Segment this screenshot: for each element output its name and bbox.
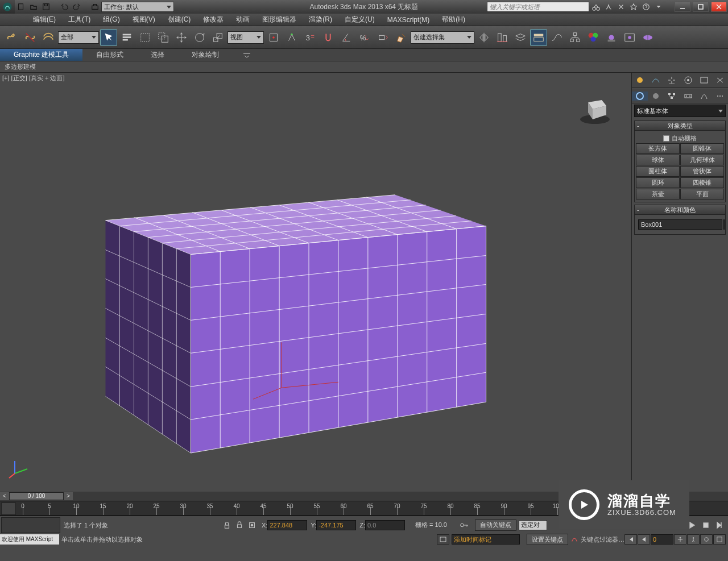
snap-toggle-icon[interactable]: [320, 29, 337, 46]
prim-teapot[interactable]: 茶壶: [636, 189, 680, 200]
ribbon-tab-freeform[interactable]: 自由形式: [82, 49, 137, 61]
named-selection-combo[interactable]: 创建选择集: [411, 31, 474, 44]
curve-editor-icon[interactable]: [548, 29, 565, 46]
coord-z-value[interactable]: 0.0: [365, 520, 405, 530]
rotate-icon[interactable]: [191, 29, 208, 46]
object-name-input[interactable]: [638, 219, 722, 230]
close-button[interactable]: [711, 2, 727, 12]
open-file-icon[interactable]: [27, 1, 40, 13]
time-prev-icon[interactable]: <: [0, 492, 9, 500]
viewport-maximize-icon[interactable]: [713, 534, 726, 545]
isolate-selection-icon[interactable]: [234, 520, 245, 531]
prompt-macro-field[interactable]: [1, 517, 60, 533]
trackbar-mini-curve-icon[interactable]: [1, 502, 16, 515]
ribbon-tab-graphite[interactable]: Graphite 建模工具: [0, 49, 82, 61]
pivot-center-icon[interactable]: [265, 29, 282, 46]
align-icon[interactable]: [494, 29, 511, 46]
selection-lock-toggle-icon[interactable]: [246, 520, 258, 531]
prim-geosphere[interactable]: 几何球体: [680, 155, 724, 165]
subscription-icon[interactable]: [603, 2, 614, 12]
prim-box[interactable]: 长方体: [636, 143, 680, 154]
named-sel-edit-icon[interactable]: [392, 29, 410, 46]
nav-play-icon[interactable]: [700, 520, 712, 531]
time-slider[interactable]: 0 / 100: [9, 492, 64, 500]
menu-group[interactable]: 组(G): [97, 14, 125, 26]
prim-tube[interactable]: 管状体: [680, 166, 724, 177]
link-icon[interactable]: [3, 29, 20, 46]
lock-selection-icon[interactable]: [221, 520, 233, 531]
tab-utilities-icon[interactable]: [712, 92, 728, 101]
viewport-orbit-icon[interactable]: [700, 534, 713, 545]
menu-grapheditors[interactable]: 图形编辑器: [257, 14, 302, 26]
scale-icon[interactable]: [209, 29, 226, 46]
ribbon-tab-paint[interactable]: 对象绘制: [178, 49, 233, 61]
prim-cone[interactable]: 圆锥体: [680, 143, 724, 154]
manipulate-icon[interactable]: [283, 29, 300, 46]
cp-safeframes-icon[interactable]: [680, 76, 696, 85]
tab-modify-icon[interactable]: [648, 92, 664, 101]
render-icon[interactable]: [639, 29, 656, 46]
unlink-icon[interactable]: [22, 29, 39, 46]
render-setup-icon[interactable]: [603, 29, 620, 46]
maximize-button[interactable]: [693, 2, 709, 12]
viewport-label[interactable]: [+] [正交] [真实 + 边面]: [2, 74, 64, 82]
workspace-combo[interactable]: 工作台: 默认: [101, 2, 174, 12]
prim-plane[interactable]: 平面: [680, 189, 724, 200]
menu-help[interactable]: 帮助(H): [436, 14, 471, 26]
bind-spacewarp-icon[interactable]: [40, 29, 57, 46]
ribbon-panel[interactable]: 多边形建模: [0, 61, 728, 73]
select-region-rect-icon[interactable]: [136, 29, 154, 46]
autogrid-checkbox[interactable]: 自动栅格: [636, 133, 724, 143]
cp-shading-icon[interactable]: [632, 76, 648, 85]
exchange-icon[interactable]: [615, 2, 627, 12]
prim-sphere[interactable]: 球体: [636, 155, 680, 165]
layer-manager-icon[interactable]: [512, 29, 529, 46]
app-icon[interactable]: [0, 0, 15, 14]
viewport-pan-icon[interactable]: [674, 534, 686, 545]
category-combo[interactable]: 标准基本体: [634, 105, 726, 117]
menu-tools[interactable]: 工具(T): [63, 14, 96, 26]
rollout-object-type[interactable]: -对象类型: [634, 120, 726, 131]
menu-rendering[interactable]: 渲染(R): [303, 14, 338, 26]
viewport[interactable]: [+] [正交] [真实 + 边面]: [0, 73, 631, 487]
infocenter-search-icon[interactable]: [590, 2, 602, 12]
goto-start-icon[interactable]: [624, 534, 637, 545]
redo-icon[interactable]: [71, 1, 83, 13]
ribbon-toggle-icon[interactable]: [530, 29, 547, 46]
tab-create-icon[interactable]: [632, 92, 648, 101]
viewcube[interactable]: [577, 91, 613, 127]
cp-config-icon[interactable]: [712, 76, 728, 85]
time-tag-icon[interactable]: [437, 534, 449, 545]
cp-stats-icon[interactable]: [696, 76, 712, 85]
link-project-icon[interactable]: [89, 1, 101, 13]
new-file-icon[interactable]: [15, 1, 27, 13]
undo-icon[interactable]: [58, 1, 71, 13]
render-frame-icon[interactable]: [621, 29, 638, 46]
schematic-view-icon[interactable]: [566, 29, 584, 46]
cp-viewport-bg-icon[interactable]: [648, 76, 664, 85]
current-frame-field[interactable]: 0: [651, 534, 673, 545]
save-file-icon[interactable]: [40, 1, 52, 13]
keyboard-shortcut-icon[interactable]: 3: [301, 29, 318, 46]
time-next-icon[interactable]: >: [64, 492, 73, 500]
prev-frame-icon[interactable]: [638, 534, 650, 545]
favorite-icon[interactable]: [628, 2, 639, 12]
keymode-icon[interactable]: [458, 520, 470, 531]
menu-views[interactable]: 视图(V): [127, 14, 161, 26]
window-crossing-icon[interactable]: [155, 29, 172, 46]
menu-customize[interactable]: 自定义(U): [339, 14, 380, 26]
rollout-name-color[interactable]: -名称和颜色: [634, 205, 726, 215]
menu-edit[interactable]: 编辑(E): [27, 14, 61, 26]
autokey-mode-combo[interactable]: 选定对: [519, 520, 547, 530]
setkey-button[interactable]: 设置关键点: [527, 534, 568, 545]
angle-snap-icon[interactable]: [338, 29, 355, 46]
viewport-walk-icon[interactable]: [687, 534, 700, 545]
selection-filter-combo[interactable]: 全部: [58, 31, 99, 44]
coord-x-value[interactable]: 227.848: [267, 520, 307, 530]
coord-y-value[interactable]: -247.175: [316, 520, 356, 530]
cp-lighting-icon[interactable]: [664, 76, 680, 85]
menu-modifiers[interactable]: 修改器: [197, 14, 229, 26]
help-icon[interactable]: [640, 2, 652, 12]
spinner-snap-icon[interactable]: [374, 29, 391, 46]
menu-animation[interactable]: 动画: [230, 14, 255, 26]
